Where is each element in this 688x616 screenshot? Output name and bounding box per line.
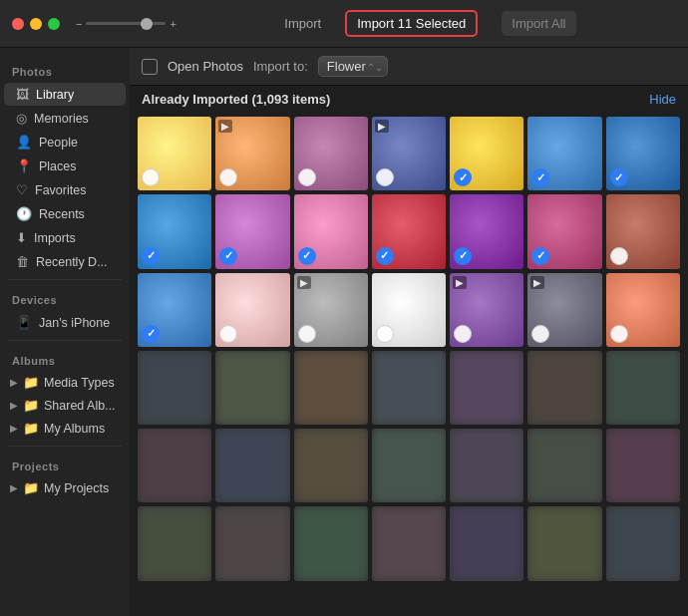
titlebar: − + Import Import 11 Selected Import All xyxy=(0,0,688,48)
unselected-checkmark xyxy=(298,325,316,343)
sidebar-item-people[interactable]: 👤 People xyxy=(4,131,126,154)
photo-cell[interactable] xyxy=(294,506,368,580)
traffic-lights xyxy=(12,18,60,30)
photo-cell[interactable]: ✓ xyxy=(527,194,601,268)
photo-cell[interactable] xyxy=(450,429,523,502)
photo-cell[interactable] xyxy=(527,429,601,502)
sidebar-item-library[interactable]: 🖼 Library xyxy=(4,83,126,106)
photo-cell[interactable] xyxy=(138,429,211,502)
select-all-checkbox[interactable] xyxy=(142,59,158,75)
sidebar-item-my-albums[interactable]: ▶ 📁 My Albums xyxy=(0,417,130,440)
photo-cell[interactable] xyxy=(215,273,289,347)
photo-cell[interactable]: ▶ xyxy=(294,273,368,347)
hide-button[interactable]: Hide xyxy=(649,92,676,107)
import-link[interactable]: Import xyxy=(284,16,321,31)
photo-cell[interactable] xyxy=(372,506,446,580)
sidebar-item-recents[interactable]: 🕐 Recents xyxy=(4,202,126,225)
photo-cell[interactable]: ✓ xyxy=(527,117,601,190)
photo-cell[interactable] xyxy=(215,429,289,502)
photo-cell[interactable] xyxy=(450,506,523,580)
sidebar-item-places[interactable]: 📍 Places xyxy=(4,154,126,177)
photo-cell[interactable] xyxy=(527,506,601,580)
sidebar-item-people-label: People xyxy=(39,136,78,150)
zoom-slider[interactable]: − + xyxy=(76,18,176,30)
photo-cell[interactable] xyxy=(372,273,446,347)
unselected-checkmark xyxy=(376,168,394,186)
photo-cell[interactable]: ▶ xyxy=(215,117,289,190)
zoom-out-icon: − xyxy=(76,18,82,30)
close-button[interactable] xyxy=(12,18,24,30)
content-area: Open Photos Import to: Flower ⌃⌄ Already… xyxy=(130,48,688,616)
trash-icon: 🗑 xyxy=(16,254,29,269)
album-dropdown[interactable]: Flower xyxy=(318,56,388,77)
photos-section-label: Photos xyxy=(0,58,130,82)
unselected-checkmark xyxy=(298,168,316,186)
sidebar-item-media-types-label: Media Types xyxy=(44,376,115,390)
sidebar-item-favorites[interactable]: ♡ Favorites xyxy=(4,178,126,201)
photo-cell[interactable]: ▶ xyxy=(450,273,523,347)
photo-cell[interactable] xyxy=(138,506,211,580)
photo-cell[interactable]: ▶ xyxy=(372,117,446,190)
unselected-checkmark xyxy=(454,325,472,343)
sidebar-item-memories[interactable]: ◎ Memories xyxy=(4,107,126,130)
photo-cell[interactable]: ✓ xyxy=(372,194,446,268)
slider-track[interactable] xyxy=(86,22,166,25)
sidebar-item-my-projects[interactable]: ▶ 📁 My Projects xyxy=(0,476,130,499)
photo-cell[interactable]: ▶ xyxy=(527,273,601,347)
unselected-checkmark xyxy=(376,325,394,343)
sidebar-divider-1 xyxy=(8,279,122,280)
photo-cell[interactable] xyxy=(372,351,446,425)
import-selected-button[interactable]: Import 11 Selected xyxy=(345,10,478,37)
photo-cell[interactable]: ✓ xyxy=(606,117,680,190)
unselected-checkmark xyxy=(610,325,628,343)
video-badge-icon: ▶ xyxy=(375,120,389,133)
selected-checkmark: ✓ xyxy=(610,168,628,186)
photo-row-1: ✓✓✓✓✓✓ xyxy=(138,194,680,268)
photo-cell[interactable] xyxy=(294,351,368,425)
photo-cell[interactable] xyxy=(294,429,368,502)
photo-cell[interactable] xyxy=(215,506,289,580)
sidebar-item-imports[interactable]: ⬇ Imports xyxy=(4,226,126,249)
import-all-button[interactable]: Import All xyxy=(502,11,575,36)
photo-cell[interactable] xyxy=(606,506,680,580)
photo-cell[interactable] xyxy=(606,273,680,347)
photo-cell[interactable] xyxy=(606,194,680,268)
photo-cell[interactable]: ✓ xyxy=(450,117,523,190)
favorites-icon: ♡ xyxy=(16,182,28,197)
sidebar-item-shared-albums[interactable]: ▶ 📁 Shared Alb... xyxy=(0,394,130,417)
devices-section-label: Devices xyxy=(0,286,130,310)
album-dropdown-wrap[interactable]: Flower ⌃⌄ xyxy=(318,56,388,77)
photo-cell[interactable] xyxy=(372,429,446,502)
sidebar-item-media-types[interactable]: ▶ 📁 Media Types xyxy=(0,371,130,394)
photo-cell[interactable] xyxy=(294,117,368,190)
sidebar-item-iphone[interactable]: 📱 Jan's iPhone xyxy=(4,311,126,334)
sidebar-item-iphone-label: Jan's iPhone xyxy=(39,316,110,330)
minimize-button[interactable] xyxy=(30,18,42,30)
photo-cell[interactable] xyxy=(138,117,211,190)
photo-row-4 xyxy=(138,429,680,502)
unselected-checkmark xyxy=(610,247,628,265)
slider-thumb[interactable] xyxy=(141,18,153,30)
photo-cell[interactable]: ✓ xyxy=(138,194,211,268)
sidebar-item-recently-deleted[interactable]: 🗑 Recently D... xyxy=(4,250,126,273)
video-badge-icon: ▶ xyxy=(297,276,311,289)
photo-cell[interactable]: ✓ xyxy=(294,194,368,268)
sidebar-item-my-projects-label: My Projects xyxy=(44,481,109,495)
photo-cell[interactable]: ✓ xyxy=(450,194,523,268)
sidebar: Photos 🖼 Library ◎ Memories 👤 People 📍 P… xyxy=(0,48,130,616)
photo-cell[interactable] xyxy=(527,351,601,425)
photo-cell[interactable] xyxy=(450,351,523,425)
photo-cell[interactable] xyxy=(215,351,289,425)
my-projects-icon: 📁 xyxy=(23,480,39,495)
photo-row-2: ✓▶▶▶ xyxy=(138,273,680,347)
photo-cell[interactable]: ✓ xyxy=(138,273,211,347)
maximize-button[interactable] xyxy=(48,18,60,30)
video-badge-icon: ▶ xyxy=(453,276,467,289)
photo-cell[interactable] xyxy=(606,429,680,502)
my-albums-icon: 📁 xyxy=(23,421,39,436)
photo-cell[interactable] xyxy=(138,351,211,425)
photo-cell[interactable]: ✓ xyxy=(215,194,289,268)
sidebar-divider-3 xyxy=(8,446,122,447)
photo-cell[interactable] xyxy=(606,351,680,425)
sidebar-divider-2 xyxy=(8,340,122,341)
